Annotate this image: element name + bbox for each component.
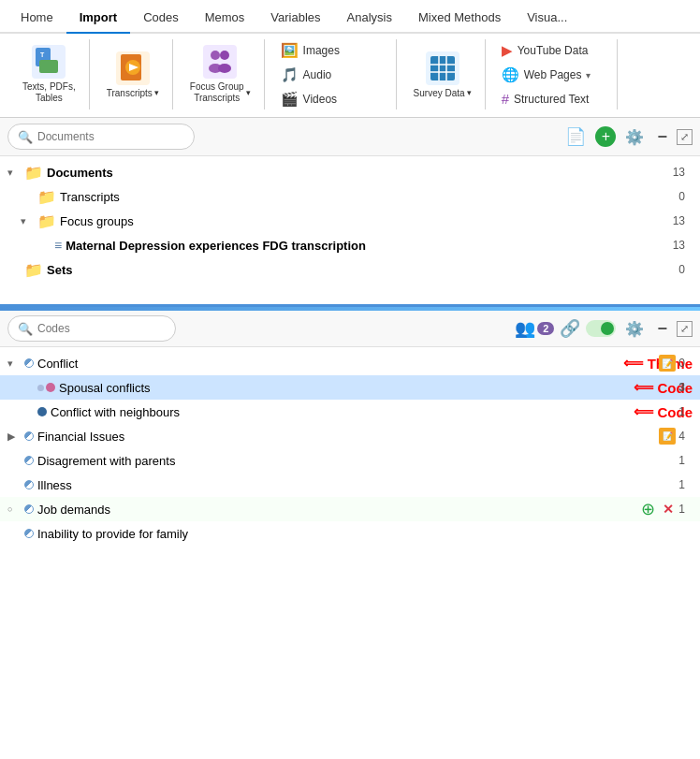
tree-row-transcripts[interactable]: 📁 Transcripts 0	[0, 184, 700, 209]
documents-search-input[interactable]	[37, 130, 184, 143]
documents-label: Documents	[47, 166, 693, 180]
minimize-icon[interactable]: −	[653, 125, 671, 149]
inability-label: Inability to provide for family	[37, 527, 693, 541]
videos-button[interactable]: 🎬 Videos	[276, 88, 388, 110]
transcripts-button[interactable]: Transcripts ▾	[101, 48, 165, 102]
svg-point-6	[211, 51, 220, 60]
images-label: Images	[303, 44, 340, 57]
images-button[interactable]: 🖼️ Images	[276, 39, 388, 62]
tree-row-spousal[interactable]: Spousal conflicts ⟸ Code 3	[0, 375, 700, 400]
codes-settings-icon[interactable]: ⚙️	[621, 318, 648, 340]
webpages-button[interactable]: 🌐 Web Pages ▾	[497, 64, 609, 86]
tree-row-financial[interactable]: ▶ Financial Issues 📝 4	[0, 424, 700, 448]
tree-row-focus-groups[interactable]: ▾ 📁 Focus groups 13	[0, 209, 700, 233]
toolbar: T Texts, PDFs,Tables Transcripts ▾	[0, 34, 700, 118]
nav-memos[interactable]: Memos	[192, 3, 258, 34]
youtube-button[interactable]: ▶ YouTube Data	[497, 39, 609, 62]
tree-row-job-demands[interactable]: ○ Job demands ⊕ ✕ 1	[0, 497, 700, 521]
tree-row-maternal[interactable]: ≡ Maternal Depression experiences FDG tr…	[0, 233, 700, 257]
codes-search-box[interactable]: 🔍	[7, 315, 176, 342]
videos-label: Videos	[303, 93, 337, 106]
texts-pdfs-button[interactable]: T Texts, PDFs,Tables	[17, 41, 81, 108]
documents-panel-actions: 📄 + ⚙️ − ⤢	[561, 124, 693, 149]
folder-icon-documents: 📁	[24, 164, 43, 182]
svg-rect-1	[39, 60, 58, 73]
illness-dot	[24, 480, 34, 489]
add-document-button[interactable]: +	[595, 126, 616, 147]
folder-icon-focus-groups: 📁	[37, 212, 56, 230]
search-icon: 🔍	[18, 130, 33, 144]
folder-icon-transcripts: 📁	[37, 188, 56, 206]
conflict-label: Conflict	[37, 357, 610, 371]
link-codes-button[interactable]: 🔗	[560, 318, 580, 339]
maternal-count: 13	[673, 239, 693, 252]
nav-codes[interactable]: Codes	[130, 3, 192, 34]
codes-expand-icon[interactable]: ⤢	[677, 321, 693, 337]
transcripts-count: 0	[674, 190, 693, 203]
focus-groups-label: Focus groups	[60, 214, 693, 228]
tree-row-inability[interactable]: Inability to provide for family	[0, 521, 700, 546]
financial-label: Financial Issues	[37, 430, 693, 444]
nav-analysis[interactable]: Analysis	[334, 3, 405, 34]
theme-arrow: ⟸	[623, 355, 644, 372]
survey-data-button[interactable]: Survey Data ▾	[408, 48, 477, 102]
toolbar-group-media: 🖼️ Images 🎵 Audio 🎬 Videos	[269, 39, 397, 109]
disagreement-dot	[24, 456, 34, 465]
sets-label: Sets	[47, 263, 693, 277]
spousal-outer-dot	[37, 385, 44, 391]
structured-text-button[interactable]: # Structured Text	[497, 88, 609, 109]
audio-label: Audio	[303, 68, 332, 81]
nav-mixed-methods[interactable]: Mixed Methods	[405, 3, 514, 34]
toolbar-group-survey: Survey Data ▾	[401, 39, 486, 109]
documents-count: 13	[673, 166, 693, 179]
codes-toolbar-actions: 👥 2 🔗 ⚙️ − ⤢	[515, 317, 693, 341]
add-code-toggle[interactable]	[586, 320, 616, 337]
add-subcode-button[interactable]: ⊕	[641, 499, 655, 519]
job-demands-dot	[24, 504, 34, 514]
audio-button[interactable]: 🎵 Audio	[276, 64, 388, 86]
maternal-label: Maternal Depression experiences FDG tran…	[66, 239, 693, 253]
tree-row-neighbours[interactable]: Conflict with neighbours ⟸ Code 1	[0, 400, 700, 424]
expand-icon[interactable]: ⤢	[677, 129, 693, 145]
toolbar-group-web: ▶ YouTube Data 🌐 Web Pages ▾ # Structure…	[489, 39, 618, 109]
tree-row-illness[interactable]: Illness 1	[0, 473, 700, 497]
codes-minimize-icon[interactable]: −	[653, 317, 671, 341]
tree-row-conflict[interactable]: ▾ Conflict ⟸ Theme 📝 0	[0, 351, 700, 375]
spousal-count: 3	[674, 381, 693, 394]
conflict-row-container: ▾ Conflict ⟸ Theme 📝 0	[0, 351, 700, 375]
chevron-documents: ▾	[7, 167, 21, 179]
remove-code-button[interactable]: ✕	[663, 502, 674, 517]
focus-group-label: Focus GroupTranscripts ▾	[190, 81, 251, 104]
job-demands-count: 1	[674, 503, 693, 516]
new-document-icon[interactable]: 📄	[561, 124, 590, 149]
nav-import[interactable]: Import	[66, 3, 130, 34]
illness-label: Illness	[37, 478, 693, 492]
codes-search-input[interactable]	[37, 322, 166, 335]
link-icon: 🔗	[560, 319, 580, 338]
tree-row-sets[interactable]: 📁 Sets 0	[0, 257, 700, 282]
merge-icon: 👥	[515, 318, 535, 339]
nav-home[interactable]: Home	[7, 3, 66, 34]
documents-tree: ▾ 📁 Documents 13 📁 Transcripts 0 ▾ 📁 Foc…	[0, 156, 700, 285]
documents-search-box[interactable]: 🔍	[7, 124, 195, 150]
sets-count: 0	[674, 263, 693, 276]
illness-count: 1	[674, 478, 693, 491]
settings-icon[interactable]: ⚙️	[621, 126, 648, 148]
focus-group-button[interactable]: Focus GroupTranscripts ▾	[184, 41, 256, 108]
texts-pdfs-label: Texts, PDFs,Tables	[22, 81, 76, 104]
chevron-financial: ▶	[7, 431, 21, 443]
code-arrow-1: ⟸	[634, 379, 654, 396]
documents-panel: 🔍 📄 + ⚙️ − ⤢ ▾ 📁 Documents 13	[0, 118, 700, 307]
conflict-count: 0	[674, 357, 693, 370]
nav-variables[interactable]: Variables	[257, 3, 333, 34]
disagreement-count: 1	[674, 454, 693, 467]
spousal-dots	[37, 383, 55, 392]
toolbar-group-transcripts: Transcripts ▾	[94, 39, 173, 109]
tree-row-disagreement[interactable]: Disagrement with parents 1	[0, 448, 700, 473]
tree-row-documents[interactable]: ▾ 📁 Documents 13	[0, 160, 700, 184]
merge-badge: 2	[537, 322, 554, 335]
svg-rect-10	[430, 56, 455, 80]
merge-codes-button[interactable]: 👥 2	[515, 318, 554, 339]
conflict-dot	[24, 358, 34, 368]
nav-visual[interactable]: Visua...	[514, 3, 580, 34]
